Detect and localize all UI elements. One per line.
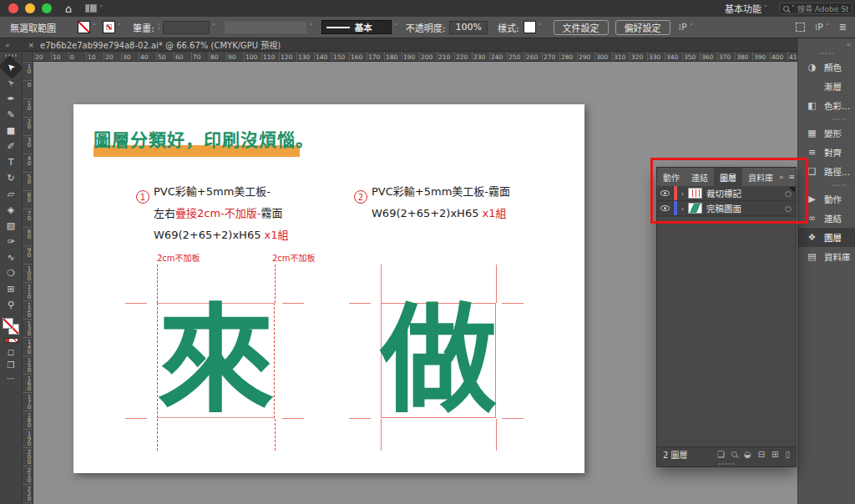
close-window-button[interactable] <box>8 3 18 13</box>
panel-list-icon[interactable]: ≣ <box>839 22 847 33</box>
rotate-tool[interactable]: ↻ <box>2 170 20 186</box>
overlap-label-right[interactable]: 2cm不加板 <box>272 251 316 264</box>
crop-mark-line <box>282 303 304 304</box>
new-sublayer-icon[interactable]: ⊟ <box>758 450 765 459</box>
minimize-window-button[interactable] <box>25 3 35 13</box>
stroke-color-swatch[interactable] <box>103 21 115 33</box>
gradient-panel[interactable]: 漸層 <box>798 77 855 96</box>
layers-panel-footer: 2 圖層 ❏ ◒ ⊟ ⊞ ▯ <box>657 446 796 461</box>
color-guide-panel[interactable]: ◧ 色彩... <box>798 96 855 115</box>
workspace-switcher[interactable]: 基本功能 <box>725 2 761 15</box>
curvature-tool[interactable]: ✎ <box>2 107 20 123</box>
paintbrush-tool[interactable]: ✐ <box>2 139 20 154</box>
preferences-button[interactable]: 偏好設定 <box>615 20 670 35</box>
artboard-tool[interactable]: ⊞ <box>2 281 20 297</box>
ruler-tick-label: 120 <box>23 300 33 319</box>
note1-text[interactable]: PVC彩輸+5mm美工板- 左右疊接2cm-不加版-霧面 W69(2+65+2)… <box>154 181 289 246</box>
big-character-right[interactable]: 做 <box>380 302 497 419</box>
ruler-tick-label: 200 <box>419 52 437 61</box>
artboard-title-text[interactable]: 圖層分類好，印刷沒煩惱。 <box>94 126 314 151</box>
ruler-tick-label: 10 <box>86 52 104 61</box>
overlap-label-left[interactable]: 2cm不加板 <box>157 251 200 264</box>
chevron-down-icon: ˅ <box>792 5 795 13</box>
note2-text[interactable]: PVC彩輸+5mm美工板-霧面 W69(2+65+2)xH65 x1組 <box>372 181 510 224</box>
stroke-weight-select[interactable] <box>163 21 210 34</box>
type-tool[interactable]: T <box>2 154 20 170</box>
ruler-tick-label: 10 <box>23 62 33 80</box>
eyedropper-tool[interactable]: ✑ <box>2 234 20 249</box>
shape-builder-tool[interactable]: ◈ <box>2 202 20 218</box>
align-options-icon[interactable]: ⁞P <box>815 22 823 33</box>
ruler-tick-label: 80 <box>23 227 33 245</box>
ruler-tick-label: 90 <box>23 245 33 264</box>
crop-mark-line <box>282 418 304 419</box>
screen-mode-icon[interactable]: ❐ <box>8 360 15 370</box>
ruler-tick-label: 110 <box>23 282 33 300</box>
none-button[interactable] <box>13 339 18 342</box>
clipping-mask-icon[interactable]: ◒ <box>744 450 751 459</box>
isolate-selection-icon[interactable]: ⁞P <box>679 22 687 33</box>
crop-mark-line <box>125 303 147 304</box>
opacity-value[interactable]: 100% <box>449 21 487 34</box>
collect-for-export-icon[interactable]: ❏ <box>717 450 725 459</box>
fill-stroke-control[interactable] <box>3 318 19 335</box>
color-type-bar[interactable] <box>4 338 18 343</box>
chevron-down-icon[interactable]: ˅ <box>212 23 215 31</box>
snap-grid-icon[interactable] <box>796 23 805 32</box>
chevron-down-icon[interactable]: ˅ <box>690 23 693 31</box>
print-tile-left[interactable]: 來 <box>157 303 275 418</box>
libraries-panel[interactable]: ▤ 資料庫 <box>798 247 855 266</box>
big-character-left[interactable]: 來 <box>158 302 275 419</box>
edit-toolbar-icon[interactable]: ⋯ <box>7 374 15 383</box>
artboard[interactable]: 圖層分類好，印刷沒煩惱。 1 PVC彩輸+5mm美工板- 左右疊接2cm-不加版… <box>73 104 584 473</box>
document-tab-bar: » × e7b6b2e7ab99e794a8-02.ai* @ 66.67% (… <box>0 38 855 52</box>
home-icon[interactable]: ⌂ <box>65 3 72 15</box>
color-panel[interactable]: ◑ 顏色 <box>798 58 855 77</box>
dock-panel-icon: ◧ <box>806 100 818 111</box>
eraser-tool[interactable]: ▱ <box>2 186 20 202</box>
gradient-tool[interactable]: ▧ <box>2 218 20 234</box>
blend-tool[interactable]: ∿ <box>2 249 20 265</box>
chevron-down-icon[interactable]: ˅ <box>93 23 96 31</box>
print-tile-right[interactable]: 做 <box>381 303 496 418</box>
fill-swatch[interactable] <box>3 318 13 329</box>
toolbar-overflow-icon[interactable]: » <box>5 41 10 49</box>
chevron-down-icon[interactable]: ˅ <box>826 23 829 31</box>
zoom-window-button[interactable] <box>42 3 52 13</box>
fill-color-swatch[interactable] <box>78 21 90 33</box>
dock-panel-label: 路徑... <box>824 165 850 178</box>
document-tab[interactable]: × e7b6b2e7ab99e794a8-02.ai* @ 66.67% (CM… <box>28 38 281 51</box>
draw-mode-icon[interactable]: ◻ <box>8 347 14 356</box>
ruler-tick-label: 300 <box>594 52 612 61</box>
arrange-documents-icon[interactable] <box>85 4 97 13</box>
document-title: e7b6b2e7ab99e794a8-02.ai* @ 66.67% (CMYK… <box>40 38 281 51</box>
chevron-down-icon[interactable]: ˅ <box>394 23 397 31</box>
rectangle-tool[interactable]: ■ <box>2 123 20 139</box>
chevron-down-icon: ˅ <box>310 23 313 31</box>
stroke-weight-stepper[interactable]: ˄˅ <box>158 23 160 32</box>
symbol-sprayer-tool[interactable]: ❍ <box>2 265 20 281</box>
ruler-tick-label: 30 <box>23 135 33 154</box>
chevron-down-icon[interactable]: ˅ <box>118 23 121 31</box>
style-label: 樣式: <box>498 21 519 34</box>
layers-panel[interactable]: ❖ 圖層 <box>798 228 855 247</box>
search-input[interactable]: ˅ 搜尋 Adobe Stock <box>779 3 852 14</box>
note1-number-circle[interactable]: 1 <box>136 190 149 204</box>
layer-count: 2 圖層 <box>663 448 688 461</box>
zoom-tool[interactable]: ⚲ <box>2 297 20 313</box>
new-layer-icon[interactable]: ⊞ <box>772 450 778 459</box>
document-setup-button[interactable]: 文件設定 <box>554 20 609 35</box>
collapse-dock-icon[interactable]: « <box>846 40 851 48</box>
delete-layer-icon[interactable]: ▯ <box>785 450 790 459</box>
chevron-down-icon[interactable]: ˅ <box>539 23 542 31</box>
style-swatch[interactable] <box>524 21 536 33</box>
locate-object-icon[interactable] <box>731 451 737 457</box>
opacity-label: 不透明度: <box>406 21 446 34</box>
note2-number-circle[interactable]: 2 <box>354 190 367 204</box>
ruler-tick-label: 10 <box>23 98 33 117</box>
dock-panel-button[interactable] <box>798 115 855 123</box>
close-tab-icon[interactable]: × <box>28 41 35 49</box>
transform-panel[interactable]: ▦ 變形 <box>798 123 855 143</box>
panel-resize-grip[interactable] <box>657 461 796 466</box>
brush-definition-select[interactable]: 基本 <box>321 20 392 34</box>
